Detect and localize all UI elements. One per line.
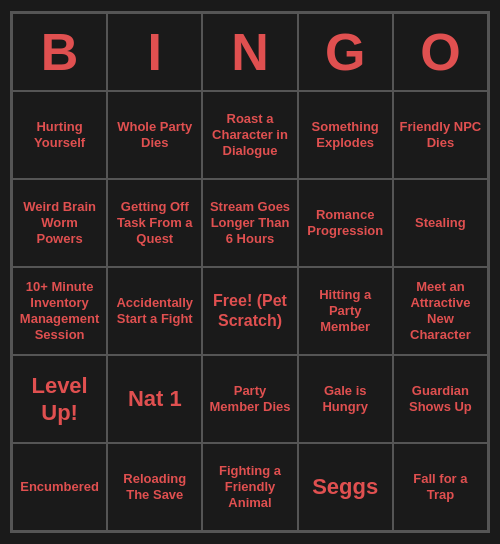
bingo-cell-9: Stealing xyxy=(393,179,488,267)
cell-text-1: Whole Party Dies xyxy=(112,98,197,172)
bingo-cell-22: Fighting a Friendly Animal xyxy=(202,443,297,531)
bingo-cell-23: Seggs xyxy=(298,443,393,531)
bingo-cell-6: Getting Off Task From a Quest xyxy=(107,179,202,267)
bingo-header: BINGO xyxy=(12,13,488,91)
cell-text-11: Accidentally Start a Fight xyxy=(112,274,197,348)
cell-text-0: Hurting Yourself xyxy=(17,98,102,172)
bingo-letter-i: I xyxy=(107,13,202,91)
bingo-cell-2: Roast a Character in Dialogue xyxy=(202,91,297,179)
cell-text-20: Encumbered xyxy=(17,450,102,524)
cell-text-17: Party Member Dies xyxy=(207,362,292,436)
cell-text-23: Seggs xyxy=(303,450,388,524)
cell-text-10: 10+ Minute Inventory Management Session xyxy=(17,274,102,348)
bingo-cell-7: Stream Goes Longer Than 6 Hours xyxy=(202,179,297,267)
cell-text-7: Stream Goes Longer Than 6 Hours xyxy=(207,186,292,260)
bingo-cell-19: Guardian Shows Up xyxy=(393,355,488,443)
bingo-cell-12: Free! (Pet Scratch) xyxy=(202,267,297,355)
cell-text-24: Fall for a Trap xyxy=(398,450,483,524)
cell-text-8: Romance Progression xyxy=(303,186,388,260)
bingo-letter-n: N xyxy=(202,13,297,91)
cell-text-15: Level Up! xyxy=(17,362,102,436)
cell-text-9: Stealing xyxy=(398,186,483,260)
cell-text-21: Reloading The Save xyxy=(112,450,197,524)
bingo-letter-g: G xyxy=(298,13,393,91)
cell-text-2: Roast a Character in Dialogue xyxy=(207,98,292,172)
bingo-grid: Hurting YourselfWhole Party DiesRoast a … xyxy=(12,91,488,531)
bingo-cell-13: Hitting a Party Member xyxy=(298,267,393,355)
bingo-cell-8: Romance Progression xyxy=(298,179,393,267)
bingo-cell-4: Friendly NPC Dies xyxy=(393,91,488,179)
bingo-cell-1: Whole Party Dies xyxy=(107,91,202,179)
cell-text-3: Something Explodes xyxy=(303,98,388,172)
bingo-cell-15: Level Up! xyxy=(12,355,107,443)
bingo-cell-10: 10+ Minute Inventory Management Session xyxy=(12,267,107,355)
cell-text-18: Gale is Hungry xyxy=(303,362,388,436)
cell-text-19: Guardian Shows Up xyxy=(398,362,483,436)
bingo-cell-24: Fall for a Trap xyxy=(393,443,488,531)
bingo-cell-21: Reloading The Save xyxy=(107,443,202,531)
bingo-cell-3: Something Explodes xyxy=(298,91,393,179)
cell-text-22: Fighting a Friendly Animal xyxy=(207,450,292,524)
cell-text-5: Weird Brain Worm Powers xyxy=(17,186,102,260)
bingo-letter-b: B xyxy=(12,13,107,91)
cell-text-4: Friendly NPC Dies xyxy=(398,98,483,172)
bingo-cell-18: Gale is Hungry xyxy=(298,355,393,443)
cell-text-16: Nat 1 xyxy=(112,362,197,436)
bingo-cell-0: Hurting Yourself xyxy=(12,91,107,179)
bingo-cell-20: Encumbered xyxy=(12,443,107,531)
cell-text-12: Free! (Pet Scratch) xyxy=(207,274,292,348)
cell-text-14: Meet an Attractive New Character xyxy=(398,274,483,348)
bingo-cell-17: Party Member Dies xyxy=(202,355,297,443)
cell-text-13: Hitting a Party Member xyxy=(303,274,388,348)
bingo-cell-5: Weird Brain Worm Powers xyxy=(12,179,107,267)
bingo-letter-o: O xyxy=(393,13,488,91)
bingo-cell-16: Nat 1 xyxy=(107,355,202,443)
bingo-cell-11: Accidentally Start a Fight xyxy=(107,267,202,355)
bingo-card: BINGO Hurting YourselfWhole Party DiesRo… xyxy=(10,11,490,533)
bingo-cell-14: Meet an Attractive New Character xyxy=(393,267,488,355)
cell-text-6: Getting Off Task From a Quest xyxy=(112,186,197,260)
